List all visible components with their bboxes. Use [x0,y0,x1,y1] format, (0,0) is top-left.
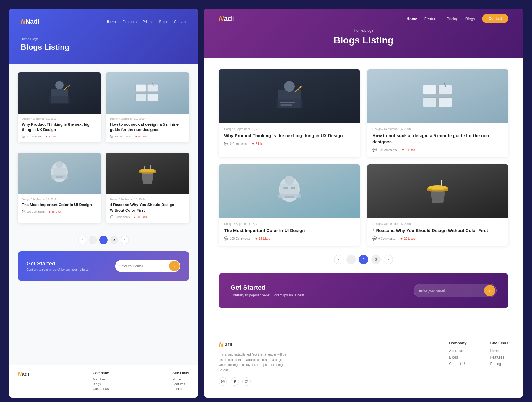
right-footer-sitelink-home[interactable]: Home [490,349,508,353]
right-nav-home[interactable]: Home [407,16,417,21]
nav-features-left[interactable]: Features [123,19,137,24]
right-card-3-title: The Most Important Color In UI Design [224,227,355,234]
instagram-icon[interactable] [219,377,227,386]
comment-icon-r4: 💬 [372,236,377,241]
svg-rect-28 [439,85,452,95]
nav-blogs-link-left[interactable]: Blogs [159,20,168,24]
left-card-2[interactable]: Design / September 16, 2019 How to not s… [106,72,189,142]
nav-home-link-left[interactable]: Home [107,20,116,24]
right-cta-email-input[interactable] [414,286,483,296]
right-cta-submit-btn[interactable]: › [484,285,495,296]
pagination-prev-left[interactable]: ‹ [78,236,86,244]
left-breadcrumb: Home/Blogs [21,37,186,41]
pagination-page1-left[interactable]: 1 [89,236,97,244]
left-card-1-body: Design / September 15, 2019 Why Product … [18,114,101,142]
right-cta-text: Get Started Contrary to popular belief, … [231,284,305,297]
right-footer-sitelink-features[interactable]: Features [490,355,508,359]
left-card-4-likes: ♥ 20 Likes [134,215,147,219]
right-footer-sitelinks-heading: Site Links [490,341,508,345]
svg-point-36 [285,176,294,185]
pagination-page1-right[interactable]: 1 [346,255,356,264]
left-card-2-likes: ♥ 5 Likes [135,135,147,138]
right-nav-features[interactable]: Features [424,16,439,21]
pagination-page2-right[interactable]: 2 [359,255,368,264]
left-card-1-comments: 💬 0 Comments [22,135,42,138]
left-card-4-meta: Design / September 16, 2019 [110,198,185,201]
right-card-2-comments: 💬 10 Comments [372,148,397,152]
comment-icon-r1: 💬 [224,142,228,146]
left-cta-email-input[interactable] [115,260,168,272]
svg-point-21 [284,81,295,92]
right-card-3[interactable]: Design / September 15, 2019 The Most Imp… [219,164,360,246]
left-footer-company-link-2[interactable]: Blogs [93,382,109,386]
right-blog-grid: Design / September 15, 2019 Why Product … [219,69,508,246]
right-card-4-img [367,164,508,218]
nav-contact-left[interactable]: Contact [174,19,186,24]
svg-rect-8 [147,94,158,101]
svg-rect-27 [423,85,436,95]
pagination-next-left[interactable]: › [121,236,129,244]
comment-icon-2: 💬 [110,135,113,138]
left-card-2-comments: 💬 10 Comments [110,135,131,138]
left-card-4-img [106,153,189,194]
left-card-4[interactable]: Design / September 16, 2019 4 Reasons Wh… [106,153,189,223]
left-card-1-footer: 💬 0 Comments ♥ 5 Likes [22,135,97,138]
right-footer-sitelink-pricing[interactable]: Pricing [490,362,508,366]
nav-pricing-left[interactable]: Pricing [142,19,153,24]
comment-icon-1: 💬 [22,135,25,138]
left-footer-sitelink-1[interactable]: Home [172,377,189,381]
right-card-1[interactable]: Design / September 15, 2019 Why Product … [219,69,360,157]
left-card-4-footer: 💬 0 Comments ♥ 20 Likes [110,215,185,219]
right-card-4[interactable]: Design / September 16, 2019 4 Reasons Wh… [367,164,508,246]
left-card-3[interactable]: Design / September 15, 2019 The Most Imp… [18,153,101,223]
left-card-1-likes: ♥ 5 Likes [46,135,57,138]
pagination-prev-right[interactable]: ‹ [334,255,343,264]
right-card-1-body: Design / September 15, 2019 Why Product … [219,123,360,151]
right-card-1-footer: 💬 0 Comments ♥ 5 Likes [224,142,355,146]
right-footer-sitelinks-list: Home Features Pricing [490,349,508,366]
pagination-page3-right[interactable]: 3 [371,255,381,264]
pagination-page2-left[interactable]: 2 [99,236,108,244]
svg-point-4 [69,85,70,86]
left-pagination: ‹ 1 2 3 › [18,236,189,244]
right-logo-n: N [219,14,224,22]
left-footer-company-link-3[interactable]: Contact Us [93,387,109,390]
left-cta-submit-btn[interactable]: › [169,261,180,271]
left-footer-sitelink-3[interactable]: Pricing [172,387,189,390]
nav-contact-link-left[interactable]: Contact [174,20,186,24]
left-footer-logo-n: N [18,371,22,377]
left-footer-company-link-1[interactable]: About us [93,377,109,381]
right-nav-pricing[interactable]: Pricing [447,16,458,21]
right-footer-contact[interactable]: Contact Us [449,362,466,366]
comment-icon-r2: 💬 [372,148,377,152]
left-card-1[interactable]: Design / September 15, 2019 Why Product … [18,72,101,142]
right-nav-blogs-link[interactable]: Blogs [466,17,475,21]
twitter-icon[interactable] [242,377,251,386]
heart-icon-r1: ♥ [252,142,254,146]
nav-blogs-left[interactable]: Blogs [159,19,168,24]
heart-icon-4: ♥ [134,215,136,219]
nav-home-left[interactable]: Home [107,19,116,24]
left-card-3-footer: 💬 100 Comments ♥ 35 Likes [22,210,97,213]
right-nav-pricing-link[interactable]: Pricing [447,17,458,21]
right-nav-home-link[interactable]: Home [407,17,417,21]
nav-features-link-left[interactable]: Features [123,20,137,24]
svg-rect-26 [280,104,292,106]
pagination-page3-left[interactable]: 3 [110,236,118,244]
right-page-title: Blogs Listing [219,35,508,46]
svg-rect-2 [49,96,70,104]
nav-pricing-link-left[interactable]: Pricing [142,20,153,24]
right-card-2-img [367,69,508,123]
left-footer-sitelink-2[interactable]: Features [172,382,189,386]
right-nav-features-link[interactable]: Features [424,17,439,21]
right-nav-contact-btn[interactable]: Contact [482,14,508,23]
facebook-icon[interactable] [231,377,239,386]
right-footer-blogs[interactable]: Blogs [449,355,466,359]
left-card-1-img [18,72,101,114]
right-footer-logo-n: N [219,341,223,348]
right-card-2[interactable]: Design / September 16, 2019 How to not s… [367,69,508,157]
svg-point-45 [429,185,447,189]
pagination-next-right[interactable]: › [384,255,393,264]
right-nav-blogs[interactable]: Blogs [466,16,475,21]
right-footer-about[interactable]: About us [449,349,466,353]
